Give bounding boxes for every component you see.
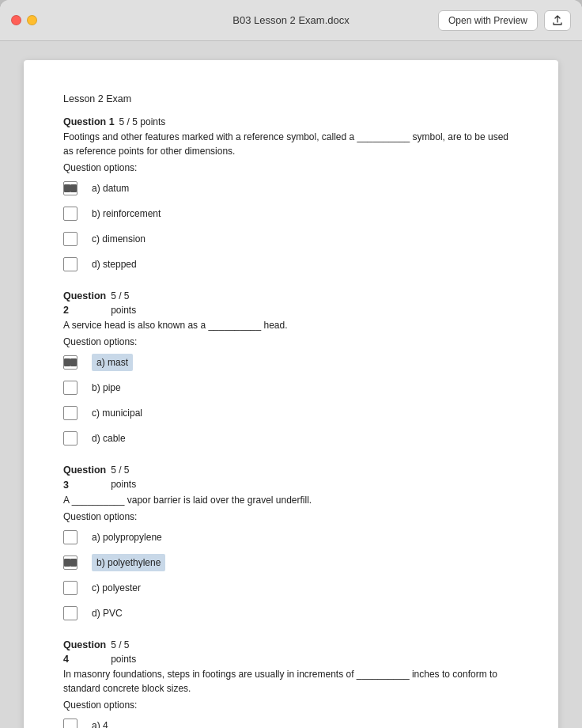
question-4-options-label: Question options: xyxy=(63,698,519,712)
q3-checkbox-a[interactable] xyxy=(63,530,77,544)
minimize-button[interactable] xyxy=(27,15,37,25)
question-4-points2: points xyxy=(111,652,136,666)
q1-label-d: d) stepped xyxy=(92,257,137,271)
question-1-header: Question 1 5 / 5 points xyxy=(63,115,519,130)
share-icon xyxy=(552,15,563,26)
window-title: B03 Lesson 2 Exam.docx xyxy=(232,14,349,26)
q2-checkbox-b[interactable] xyxy=(63,381,77,395)
question-block-1: Question 1 5 / 5 points Footings and oth… xyxy=(63,115,519,275)
question-3-label: Question xyxy=(63,463,106,478)
q1-option-c[interactable]: c) dimension xyxy=(63,229,519,249)
q2-label-a: a) mast xyxy=(92,354,133,371)
app-window: B03 Lesson 2 Exam.docx Open with Preview… xyxy=(0,0,582,728)
q1-checkbox-c[interactable] xyxy=(63,232,77,246)
q2-label-b: b) pipe xyxy=(92,381,121,395)
q2-option-b[interactable]: b) pipe xyxy=(63,377,519,398)
question-3-points: 5 / 5 xyxy=(111,463,136,477)
question-1-points: 5 / 5 points xyxy=(119,115,166,129)
q3-option-a[interactable]: a) polypropylene xyxy=(63,527,519,548)
question-2-points2: points xyxy=(111,303,136,317)
q1-label-c: c) dimension xyxy=(92,232,146,246)
q1-checkbox-b[interactable] xyxy=(63,207,77,221)
q1-checkbox-a[interactable] xyxy=(63,181,77,195)
q1-option-a[interactable]: a) datum xyxy=(63,178,519,199)
question-2-options-label: Question options: xyxy=(63,335,519,349)
traffic-lights xyxy=(11,15,37,25)
share-button[interactable] xyxy=(544,10,571,31)
titlebar: B03 Lesson 2 Exam.docx Open with Preview xyxy=(0,0,582,41)
q3-option-d[interactable]: d) PVC xyxy=(63,603,519,624)
q1-option-d[interactable]: d) stepped xyxy=(63,254,519,275)
question-4-points: 5 / 5 xyxy=(111,638,136,652)
question-block-3: Question 3 5 / 5 points A __________ vap… xyxy=(63,463,519,624)
q2-option-c[interactable]: c) municipal xyxy=(63,403,519,423)
q1-checkbox-d[interactable] xyxy=(63,257,77,271)
question-4-text: In masonry foundations, steps in footing… xyxy=(63,667,519,696)
q3-label-b: b) polyethylene xyxy=(92,554,165,571)
q2-label-d: d) cable xyxy=(92,431,126,446)
question-3-text: A __________ vapor barrier is laid over … xyxy=(63,493,519,507)
question-2-points: 5 / 5 xyxy=(111,289,136,303)
question-4-label: Question xyxy=(63,638,106,653)
document: Lesson 2 Exam Question 1 5 / 5 points Fo… xyxy=(24,60,558,728)
question-block-2: Question 2 5 / 5 points A service head i… xyxy=(63,289,519,449)
question-3-points2: points xyxy=(111,477,136,491)
question-4-num: 4 xyxy=(63,652,106,667)
question-2-label: Question xyxy=(63,289,106,304)
q3-option-b[interactable]: b) polyethylene xyxy=(63,552,519,573)
q2-checkbox-d[interactable] xyxy=(63,431,77,446)
q1-label-b: b) reinforcement xyxy=(92,207,161,221)
q4-checkbox-a[interactable] xyxy=(63,719,77,728)
open-with-preview-button[interactable]: Open with Preview xyxy=(438,10,538,31)
q3-checkbox-d[interactable] xyxy=(63,606,77,620)
q4-label-a: a) 4 xyxy=(92,719,108,728)
q4-option-a[interactable]: a) 4 xyxy=(63,715,519,728)
q3-option-c[interactable]: c) polyester xyxy=(63,578,519,598)
q3-label-a: a) polypropylene xyxy=(92,530,162,544)
question-3-options-label: Question options: xyxy=(63,510,519,524)
content-area: Lesson 2 Exam Question 1 5 / 5 points Fo… xyxy=(0,41,582,728)
q3-checkbox-c[interactable] xyxy=(63,581,77,595)
question-1-label: Question 1 xyxy=(63,115,115,130)
question-1-text: Footings and other features marked with … xyxy=(63,130,519,158)
q2-label-c: c) municipal xyxy=(92,406,142,420)
question-2-num: 2 xyxy=(63,303,106,318)
q2-checkbox-c[interactable] xyxy=(63,406,77,420)
document-title: Lesson 2 Exam xyxy=(63,92,519,107)
close-button[interactable] xyxy=(11,15,21,25)
question-2-text: A service head is also known as a ______… xyxy=(63,318,519,332)
q1-option-b[interactable]: b) reinforcement xyxy=(63,203,519,224)
q3-label-d: d) PVC xyxy=(92,606,123,620)
q1-label-a: a) datum xyxy=(92,181,129,195)
q3-label-c: c) polyester xyxy=(92,581,141,595)
question-3-num: 3 xyxy=(63,478,106,493)
q2-option-d[interactable]: d) cable xyxy=(63,428,519,449)
q2-option-a[interactable]: a) mast xyxy=(63,352,519,373)
q3-checkbox-b[interactable] xyxy=(63,555,77,570)
q2-checkbox-a[interactable] xyxy=(63,355,77,370)
titlebar-actions: Open with Preview xyxy=(438,10,571,31)
question-1-options-label: Question options: xyxy=(63,161,519,175)
question-block-4: Question 4 5 / 5 points In masonry found… xyxy=(63,638,519,729)
